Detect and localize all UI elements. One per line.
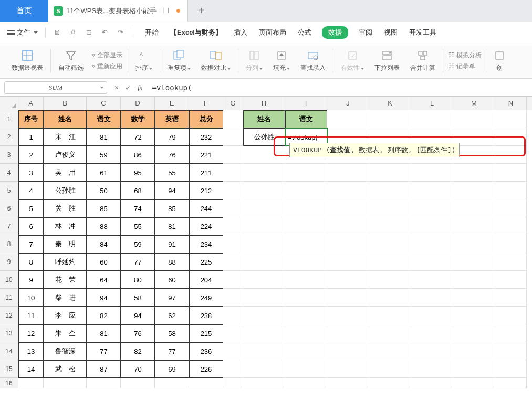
cell[interactable] (411, 378, 453, 388)
cell[interactable] (243, 146, 285, 164)
formula-input[interactable]: =vlookup( (148, 83, 532, 92)
cell[interactable] (369, 217, 411, 235)
cell-chinese[interactable]: 82 (87, 307, 121, 324)
validity-button[interactable]: 有效性 (336, 49, 369, 72)
cell-seq[interactable]: 5 (18, 199, 44, 217)
cell-english[interactable]: 60 (155, 271, 189, 289)
cell-chinese[interactable]: 60 (87, 253, 121, 271)
column-header-K[interactable]: K (369, 97, 411, 110)
cell-total[interactable]: 212 (189, 182, 223, 199)
cell[interactable] (411, 217, 453, 235)
row-header-14[interactable]: 14 (0, 342, 18, 360)
cell-math[interactable]: 59 (121, 235, 155, 253)
cell-seq[interactable]: 7 (18, 235, 44, 253)
cell-math[interactable]: 82 (121, 342, 155, 360)
cell[interactable] (495, 324, 527, 342)
header-english[interactable]: 英语 (155, 110, 189, 128)
cell-english[interactable]: 97 (155, 289, 189, 307)
redo-icon[interactable]: ↷ (116, 28, 124, 37)
cell[interactable] (223, 253, 243, 271)
cell-math[interactable]: 70 (121, 360, 155, 378)
cell[interactable] (223, 307, 243, 324)
cell[interactable] (453, 289, 495, 307)
cell[interactable] (411, 199, 453, 217)
cell[interactable] (243, 360, 285, 378)
cell[interactable] (495, 271, 527, 289)
cell-name[interactable]: 公孙胜 (44, 182, 87, 199)
cell[interactable] (495, 182, 527, 199)
cell[interactable] (327, 307, 369, 324)
cell-math[interactable]: 74 (121, 199, 155, 217)
cell[interactable] (327, 164, 369, 182)
cell[interactable] (411, 110, 453, 128)
cell[interactable] (453, 235, 495, 253)
cell[interactable] (223, 128, 243, 146)
cell[interactable] (327, 253, 369, 271)
header-name[interactable]: 姓名 (44, 110, 87, 128)
cell-seq[interactable]: 4 (18, 182, 44, 199)
row-header-10[interactable]: 10 (0, 271, 18, 289)
reapply-button[interactable]: ▿重新应用 (92, 62, 122, 71)
column-header-D[interactable]: D (121, 97, 155, 110)
cell[interactable] (327, 199, 369, 217)
cell[interactable] (411, 360, 453, 378)
pivot-table-button[interactable]: 数据透视表 (6, 49, 48, 72)
cell[interactable] (223, 182, 243, 199)
tab-dev-tools[interactable]: 开发工具 (408, 26, 437, 39)
cell[interactable] (223, 199, 243, 217)
cell[interactable] (369, 271, 411, 289)
sort-button[interactable]: A↓ 排序 (130, 49, 158, 72)
cell[interactable] (285, 182, 327, 199)
column-header-N[interactable]: N (495, 97, 527, 110)
new-tab-button[interactable]: + (188, 0, 215, 22)
cell[interactable] (453, 271, 495, 289)
tooltip-arg1[interactable]: 查找值 (330, 146, 350, 154)
home-tab[interactable]: 首页 (0, 0, 48, 22)
column-header-F[interactable]: F (189, 97, 223, 110)
cell-name[interactable]: 李 应 (44, 307, 87, 324)
column-header-M[interactable]: M (453, 97, 495, 110)
cell[interactable] (453, 360, 495, 378)
cell-seq[interactable]: 2 (18, 146, 44, 164)
cell[interactable] (223, 217, 243, 235)
cell[interactable] (495, 110, 527, 128)
cell[interactable] (411, 307, 453, 324)
cell[interactable] (369, 164, 411, 182)
cell-name[interactable]: 宋 江 (44, 128, 87, 146)
cell[interactable] (495, 253, 527, 271)
cell[interactable] (327, 217, 369, 235)
cell[interactable] (453, 324, 495, 342)
cell-seq[interactable]: 11 (18, 307, 44, 324)
cell-math[interactable]: 95 (121, 164, 155, 182)
cell-math[interactable]: 68 (121, 182, 155, 199)
cell[interactable] (189, 378, 223, 388)
consolidate-button[interactable]: 合并计算 (405, 49, 441, 72)
cell[interactable] (223, 378, 243, 388)
cell[interactable] (453, 110, 495, 128)
cell[interactable] (243, 235, 285, 253)
cell[interactable] (453, 128, 495, 146)
row-header-8[interactable]: 8 (0, 235, 18, 253)
cell-english[interactable]: 88 (155, 253, 189, 271)
cell-name[interactable]: 呼延灼 (44, 253, 87, 271)
cell[interactable] (223, 110, 243, 128)
cell-chinese[interactable]: 87 (87, 360, 121, 378)
cell[interactable] (243, 253, 285, 271)
cell[interactable] (327, 110, 369, 128)
cell[interactable] (453, 253, 495, 271)
cell[interactable] (243, 342, 285, 360)
cell-english[interactable]: 94 (155, 182, 189, 199)
cell[interactable] (411, 271, 453, 289)
cell-english[interactable]: 76 (155, 146, 189, 164)
cell-english[interactable]: 69 (155, 360, 189, 378)
find-entry-button[interactable]: 查找录入 (295, 49, 331, 72)
cell-name[interactable]: 柴 进 (44, 289, 87, 307)
cell-math[interactable]: 58 (121, 289, 155, 307)
cell[interactable] (453, 378, 495, 388)
cell-seq[interactable]: 3 (18, 164, 44, 182)
cell[interactable] (495, 146, 527, 164)
cell-math[interactable]: 55 (121, 217, 155, 235)
row-header-13[interactable]: 13 (0, 324, 18, 342)
cell[interactable] (285, 235, 327, 253)
save-icon[interactable]: 🗎 (53, 28, 61, 37)
